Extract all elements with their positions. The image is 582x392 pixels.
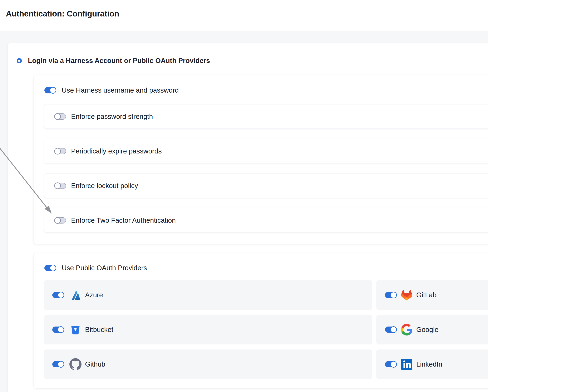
login-method-radio-label: Login via a Harness Account or Public OA… — [28, 57, 210, 65]
gitlab-toggle[interactable] — [385, 292, 397, 298]
toggle-knob — [57, 361, 64, 368]
toggle-knob — [390, 292, 397, 298]
toggle-knob — [390, 361, 397, 368]
toggle-knob — [57, 326, 64, 333]
page-title: Authentication: Configuration — [6, 9, 119, 18]
toggle-knob — [54, 113, 61, 120]
lockout-policy-label: Enforce lockout policy — [71, 182, 138, 190]
enforce-password-strength-toggle[interactable] — [54, 114, 66, 120]
login-method-radio-row: Login via a Harness Account or Public OA… — [17, 57, 210, 65]
toggle-knob — [390, 326, 397, 333]
github-icon — [69, 358, 81, 370]
bitbucket-icon — [69, 324, 81, 336]
linkedin-icon — [401, 358, 413, 370]
use-harness-password-row: Use Harness username and password — [44, 87, 179, 94]
authentication-configuration-page: Authentication: Configuration Login via … — [0, 0, 582, 392]
azure-icon — [69, 289, 81, 301]
linkedin-toggle[interactable] — [385, 361, 397, 368]
provider-name: Google — [416, 326, 438, 334]
gitlab-icon — [401, 289, 413, 301]
provider-name: Azure — [85, 291, 103, 299]
expire-passwords-label: Periodically expire passwords — [71, 147, 162, 155]
provider-name: Github — [85, 360, 105, 368]
azure-toggle[interactable] — [52, 292, 64, 298]
toggle-knob — [50, 87, 56, 94]
two-factor-auth-row: Enforce Two Factor Authentication — [44, 208, 488, 232]
lockout-policy-row: Enforce lockout policy — [44, 174, 488, 198]
bitbucket-toggle[interactable] — [52, 326, 64, 333]
app-content-area: Authentication: Configuration Login via … — [0, 0, 488, 392]
provider-row-google: Google — [376, 315, 488, 344]
expire-passwords-row: Periodically expire passwords — [44, 139, 488, 163]
provider-name: Bitbucket — [85, 326, 113, 334]
two-factor-auth-label: Enforce Two Factor Authentication — [71, 216, 176, 224]
annotation-arrow — [0, 125, 67, 225]
radio-selected-icon[interactable] — [17, 58, 22, 64]
use-oauth-providers-label: Use Public OAuth Providers — [62, 264, 147, 272]
toggle-knob — [57, 292, 64, 298]
github-toggle[interactable] — [52, 361, 64, 368]
provider-name: LinkedIn — [416, 360, 442, 368]
use-oauth-providers-toggle[interactable] — [44, 265, 56, 271]
enforce-password-strength-row: Enforce password strength — [44, 104, 488, 129]
provider-name: GitLab — [416, 291, 437, 299]
next-section-card-peek — [33, 391, 488, 392]
google-toggle[interactable] — [385, 326, 397, 333]
provider-row-linkedin: LinkedIn — [376, 350, 488, 379]
enforce-password-strength-label: Enforce password strength — [71, 112, 153, 120]
google-icon — [401, 324, 413, 336]
use-harness-password-label: Use Harness username and password — [62, 86, 179, 94]
use-oauth-providers-row: Use Public OAuth Providers — [44, 265, 147, 271]
provider-row-github: Github — [44, 350, 372, 379]
provider-row-azure: Azure — [44, 280, 372, 310]
page-header: Authentication: Configuration — [0, 0, 488, 31]
provider-row-gitlab: GitLab — [376, 280, 488, 310]
provider-row-bitbucket: Bitbucket — [44, 315, 372, 344]
use-harness-password-toggle[interactable] — [44, 87, 56, 94]
toggle-knob — [50, 264, 56, 271]
